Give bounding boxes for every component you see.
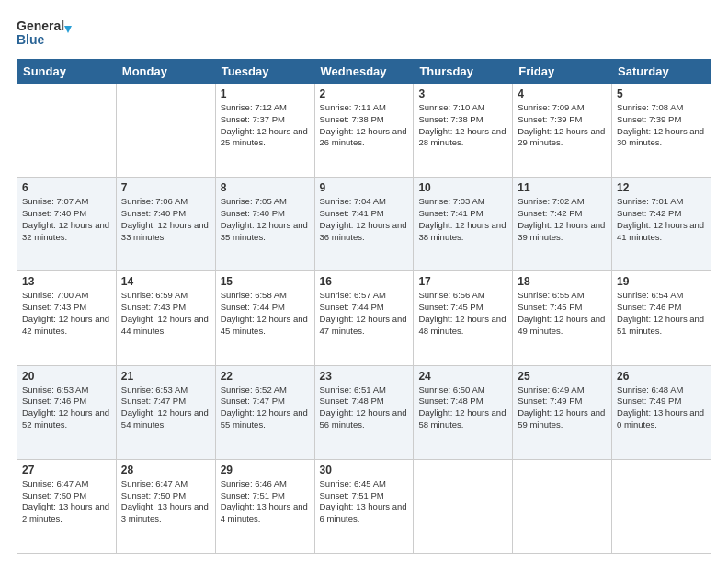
day-info: Sunrise: 6:53 AM Sunset: 7:46 PM Dayligh… (22, 385, 111, 431)
day-info: Sunrise: 6:52 AM Sunset: 7:47 PM Dayligh… (221, 385, 310, 431)
day-info: Sunrise: 6:59 AM Sunset: 7:43 PM Dayligh… (121, 290, 210, 337)
day-number: 17 (418, 275, 507, 288)
calendar-cell: 23Sunrise: 6:51 AM Sunset: 7:48 PM Dayli… (314, 365, 414, 459)
week-row-3: 13Sunrise: 7:00 AM Sunset: 7:43 PM Dayli… (17, 271, 711, 365)
day-info: Sunrise: 6:54 AM Sunset: 7:46 PM Dayligh… (617, 290, 706, 337)
day-number: 1 (221, 87, 310, 100)
calendar-cell: 27Sunrise: 6:47 AM Sunset: 7:50 PM Dayli… (17, 459, 117, 553)
col-header-saturday: Saturday (612, 60, 711, 84)
logo: GeneralBlue (17, 17, 72, 50)
day-info: Sunrise: 6:46 AM Sunset: 7:51 PM Dayligh… (221, 478, 310, 525)
calendar-cell (116, 84, 215, 178)
calendar-cell: 18Sunrise: 6:55 AM Sunset: 7:45 PM Dayli… (513, 271, 612, 365)
day-number: 18 (518, 275, 607, 288)
day-info: Sunrise: 6:56 AM Sunset: 7:45 PM Dayligh… (418, 290, 507, 337)
day-info: Sunrise: 7:08 AM Sunset: 7:39 PM Dayligh… (617, 102, 706, 149)
col-header-tuesday: Tuesday (215, 60, 314, 84)
day-info: Sunrise: 7:09 AM Sunset: 7:39 PM Dayligh… (518, 102, 607, 149)
day-info: Sunrise: 7:05 AM Sunset: 7:40 PM Dayligh… (221, 196, 310, 243)
day-number: 15 (221, 275, 310, 288)
calendar-cell: 9Sunrise: 7:04 AM Sunset: 7:41 PM Daylig… (314, 178, 414, 271)
week-row-5: 27Sunrise: 6:47 AM Sunset: 7:50 PM Dayli… (17, 459, 711, 553)
calendar-cell: 7Sunrise: 7:06 AM Sunset: 7:40 PM Daylig… (116, 178, 215, 271)
day-info: Sunrise: 6:53 AM Sunset: 7:47 PM Dayligh… (121, 385, 210, 431)
day-number: 6 (22, 181, 111, 194)
calendar-cell: 4Sunrise: 7:09 AM Sunset: 7:39 PM Daylig… (513, 84, 612, 178)
day-info: Sunrise: 6:48 AM Sunset: 7:49 PM Dayligh… (617, 385, 706, 431)
day-info: Sunrise: 6:51 AM Sunset: 7:48 PM Dayligh… (320, 385, 409, 431)
calendar-cell: 20Sunrise: 6:53 AM Sunset: 7:46 PM Dayli… (17, 365, 117, 459)
day-info: Sunrise: 6:49 AM Sunset: 7:49 PM Dayligh… (518, 385, 607, 431)
calendar-cell (513, 459, 612, 553)
day-number: 7 (121, 181, 210, 194)
day-info: Sunrise: 6:47 AM Sunset: 7:50 PM Dayligh… (121, 478, 210, 525)
day-info: Sunrise: 7:11 AM Sunset: 7:38 PM Dayligh… (320, 102, 409, 149)
calendar-cell: 26Sunrise: 6:48 AM Sunset: 7:49 PM Dayli… (612, 365, 711, 459)
day-number: 29 (221, 464, 310, 477)
calendar-cell: 6Sunrise: 7:07 AM Sunset: 7:40 PM Daylig… (17, 178, 117, 271)
day-info: Sunrise: 6:45 AM Sunset: 7:51 PM Dayligh… (320, 478, 409, 525)
day-info: Sunrise: 7:01 AM Sunset: 7:42 PM Dayligh… (617, 196, 706, 243)
col-header-sunday: Sunday (17, 60, 117, 84)
day-info: Sunrise: 7:04 AM Sunset: 7:41 PM Dayligh… (320, 196, 409, 243)
day-info: Sunrise: 6:47 AM Sunset: 7:50 PM Dayligh… (22, 478, 111, 525)
day-info: Sunrise: 6:58 AM Sunset: 7:44 PM Dayligh… (221, 290, 310, 337)
day-number: 21 (121, 370, 210, 383)
day-number: 11 (518, 181, 607, 194)
calendar-cell: 1Sunrise: 7:12 AM Sunset: 7:37 PM Daylig… (215, 84, 314, 178)
col-header-wednesday: Wednesday (314, 60, 414, 84)
calendar-cell (17, 84, 117, 178)
day-info: Sunrise: 7:00 AM Sunset: 7:43 PM Dayligh… (22, 290, 111, 337)
day-info: Sunrise: 7:12 AM Sunset: 7:37 PM Dayligh… (221, 102, 310, 149)
calendar-cell: 24Sunrise: 6:50 AM Sunset: 7:48 PM Dayli… (414, 365, 513, 459)
calendar-cell: 14Sunrise: 6:59 AM Sunset: 7:43 PM Dayli… (116, 271, 215, 365)
col-header-friday: Friday (513, 60, 612, 84)
day-number: 22 (221, 370, 310, 383)
day-number: 28 (121, 464, 210, 477)
day-info: Sunrise: 7:03 AM Sunset: 7:41 PM Dayligh… (418, 196, 507, 243)
day-number: 16 (320, 275, 409, 288)
week-row-2: 6Sunrise: 7:07 AM Sunset: 7:40 PM Daylig… (17, 178, 711, 271)
calendar-cell: 29Sunrise: 6:46 AM Sunset: 7:51 PM Dayli… (215, 459, 314, 553)
calendar-cell: 21Sunrise: 6:53 AM Sunset: 7:47 PM Dayli… (116, 365, 215, 459)
day-number: 25 (518, 370, 607, 383)
day-info: Sunrise: 7:06 AM Sunset: 7:40 PM Dayligh… (121, 196, 210, 243)
logo-icon: GeneralBlue (17, 17, 72, 50)
calendar-cell: 13Sunrise: 7:00 AM Sunset: 7:43 PM Dayli… (17, 271, 117, 365)
day-number: 26 (617, 370, 706, 383)
day-number: 5 (617, 87, 706, 100)
calendar-cell: 11Sunrise: 7:02 AM Sunset: 7:42 PM Dayli… (513, 178, 612, 271)
day-number: 9 (320, 181, 409, 194)
day-number: 24 (418, 370, 507, 383)
svg-text:Blue: Blue (17, 32, 45, 47)
day-number: 19 (617, 275, 706, 288)
header: GeneralBlue (17, 17, 711, 50)
calendar-cell: 12Sunrise: 7:01 AM Sunset: 7:42 PM Dayli… (612, 178, 711, 271)
day-number: 4 (518, 87, 607, 100)
day-number: 13 (22, 275, 111, 288)
day-info: Sunrise: 6:57 AM Sunset: 7:44 PM Dayligh… (320, 290, 409, 337)
calendar-cell (612, 459, 711, 553)
day-info: Sunrise: 6:55 AM Sunset: 7:45 PM Dayligh… (518, 290, 607, 337)
day-number: 3 (418, 87, 507, 100)
calendar-cell: 22Sunrise: 6:52 AM Sunset: 7:47 PM Dayli… (215, 365, 314, 459)
col-header-thursday: Thursday (414, 60, 513, 84)
day-number: 2 (320, 87, 409, 100)
col-header-monday: Monday (116, 60, 215, 84)
calendar-cell: 10Sunrise: 7:03 AM Sunset: 7:41 PM Dayli… (414, 178, 513, 271)
day-number: 23 (320, 370, 409, 383)
calendar-header-row: SundayMondayTuesdayWednesdayThursdayFrid… (17, 60, 711, 84)
calendar-cell (414, 459, 513, 553)
calendar-cell: 5Sunrise: 7:08 AM Sunset: 7:39 PM Daylig… (612, 84, 711, 178)
day-number: 30 (320, 464, 409, 477)
calendar-cell: 17Sunrise: 6:56 AM Sunset: 7:45 PM Dayli… (414, 271, 513, 365)
day-number: 27 (22, 464, 111, 477)
day-number: 14 (121, 275, 210, 288)
week-row-1: 1Sunrise: 7:12 AM Sunset: 7:37 PM Daylig… (17, 84, 711, 178)
calendar-cell: 28Sunrise: 6:47 AM Sunset: 7:50 PM Dayli… (116, 459, 215, 553)
day-number: 12 (617, 181, 706, 194)
week-row-4: 20Sunrise: 6:53 AM Sunset: 7:46 PM Dayli… (17, 365, 711, 459)
calendar-cell: 16Sunrise: 6:57 AM Sunset: 7:44 PM Dayli… (314, 271, 414, 365)
svg-text:General: General (17, 18, 64, 33)
calendar: SundayMondayTuesdayWednesdayThursdayFrid… (17, 59, 711, 554)
